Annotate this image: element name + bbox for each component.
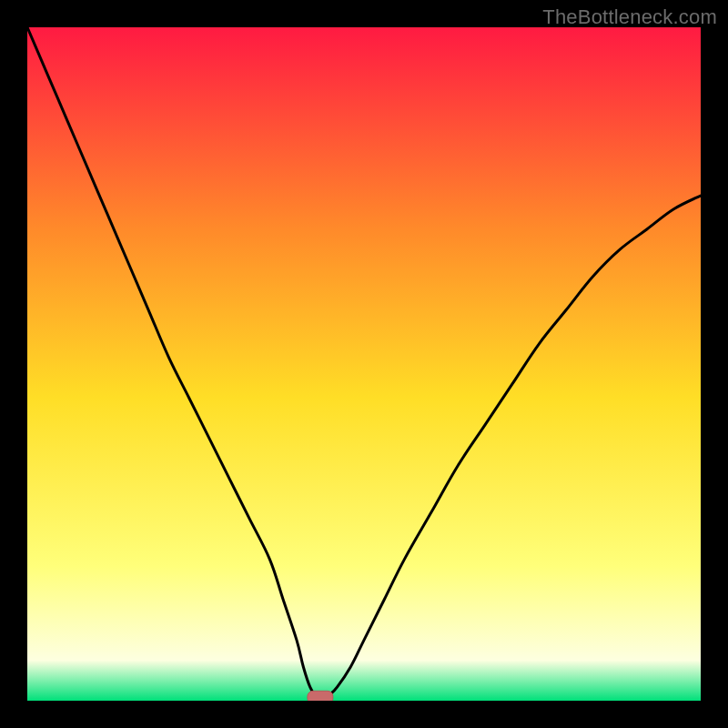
- plot-area: [27, 27, 701, 701]
- chart-frame: TheBottleneck.com: [0, 0, 728, 728]
- gradient-background: [27, 27, 701, 701]
- minimum-marker: [308, 691, 333, 701]
- bottleneck-chart: [27, 27, 701, 701]
- attribution-text: TheBottleneck.com: [542, 5, 717, 29]
